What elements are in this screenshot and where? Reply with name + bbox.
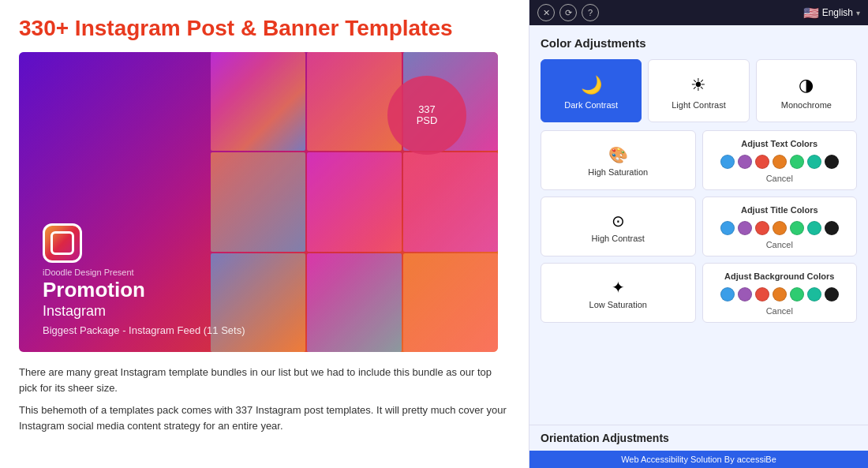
low-sat-icon: ✦ [612,278,625,297]
left-panel: 330+ Instagram Post & Banner Templates 3… [0,0,529,468]
swatch-teal-2[interactable] [807,221,821,235]
adjust-bg-cancel[interactable]: Cancel [766,306,793,316]
orientation-section: Orientation Adjustments [529,425,868,451]
high-contrast-card[interactable]: ⊙ High Contrast [541,197,696,256]
swatch-teal[interactable] [807,155,821,169]
swatch-red-3[interactable] [755,287,769,301]
swatch-orange-3[interactable] [773,287,787,301]
swatch-green-3[interactable] [790,287,804,301]
badge-number: 337 [418,104,436,115]
circle-half-icon: ◑ [799,75,814,95]
adjust-title-cancel[interactable]: Cancel [766,240,793,249]
monochrome-label: Monochrome [781,100,832,110]
hero-content: 337 PSD iDoodle Design Present Promotion… [19,52,498,352]
swatch-blue-2[interactable] [720,221,735,235]
swatch-blue[interactable] [720,155,735,169]
row3-grid: ⊙ High Contrast Adjust Title Colors Canc… [541,197,857,256]
monochrome-card[interactable]: ◑ Monochrome [756,59,857,122]
hero-badge: 337 PSD [387,76,466,155]
page-title: 330+ Instagram Post & Banner Templates [19,16,510,41]
description: There are many great Instagram template … [19,365,510,435]
badge-label: PSD [417,115,438,126]
footer-text: Web Accessibility Solution By accessiBe [621,455,776,464]
saturation-icon: 🎨 [608,145,628,164]
acc-panel: Color Adjustments 🌙 Dark Contrast ☀ Ligh… [529,25,868,425]
orientation-title: Orientation Adjustments [541,432,857,444]
language-label: English [822,7,853,18]
swatch-purple-3[interactable] [738,287,752,301]
row2-grid: 🎨 High Saturation Adjust Text Colors Can… [541,130,857,190]
color-card-grid: 🌙 Dark Contrast ☀ Light Contrast ◑ Monoc… [541,59,857,122]
swatch-orange[interactable] [773,155,787,169]
desc-paragraph-2: This behemoth of a templates pack comes … [19,402,510,434]
adjust-bg-title: Adjust Background Colors [724,271,834,281]
dark-contrast-card[interactable]: 🌙 Dark Contrast [541,59,642,122]
high-saturation-card[interactable]: 🎨 High Saturation [541,130,696,190]
adjust-bg-colors-card: Adjust Background Colors Cancel [702,263,858,323]
color-section-title: Color Adjustments [541,36,857,50]
swatch-dark-3[interactable] [825,287,839,301]
desc-paragraph-1: There are many great Instagram template … [19,365,510,396]
swatch-red[interactable] [755,155,769,169]
adjust-text-cancel[interactable]: Cancel [766,174,793,183]
chevron-down-icon: ▾ [856,9,860,17]
swatch-red-2[interactable] [755,221,769,235]
language-selector[interactable]: 🇺🇸 English ▾ [803,6,860,21]
text-color-swatches [720,155,839,169]
back-icon[interactable]: ⟳ [559,4,577,21]
low-saturation-label: Low Saturation [589,300,647,309]
swatch-orange-2[interactable] [773,221,787,235]
sun-icon: ☀ [690,75,706,95]
hero-title-line1: Promotion [43,279,474,301]
light-contrast-label: Light Contrast [672,100,725,110]
high-saturation-label: High Saturation [588,167,648,177]
hero-brand: iDoodle Design Present [43,268,474,277]
swatch-teal-3[interactable] [807,287,821,301]
ig-logo [43,223,82,263]
dark-contrast-label: Dark Contrast [564,100,618,110]
title-rest: Instagram Post & Banner Templates [69,16,453,40]
swatch-purple[interactable] [738,155,752,169]
flag-icon: 🇺🇸 [803,6,819,21]
high-contrast-label: High Contrast [592,234,645,243]
adjust-text-title: Adjust Text Colors [741,139,817,148]
swatch-dark-2[interactable] [825,221,839,235]
contrast-icon: ⊙ [612,212,625,230]
acc-footer: Web Accessibility Solution By accessiBe [529,451,868,468]
adjust-text-colors-card: Adjust Text Colors Cancel [702,130,858,190]
swatch-green-2[interactable] [790,221,804,235]
row4-grid: ✦ Low Saturation Adjust Background Color… [541,263,857,323]
title-prefix: 330+ [19,16,69,40]
bg-color-swatches [720,287,839,301]
title-color-swatches [720,221,839,235]
close-icon[interactable]: ✕ [537,4,555,21]
low-saturation-card[interactable]: ✦ Low Saturation [541,263,696,323]
swatch-purple-2[interactable] [738,221,752,235]
swatch-green[interactable] [790,155,804,169]
help-icon[interactable]: ? [582,4,599,21]
adjust-title-title: Adjust Title Colors [741,205,818,215]
right-panel: ✕ ⟳ ? 🇺🇸 English ▾ Color Adjustments 🌙 D… [529,0,868,468]
moon-icon: 🌙 [581,75,602,95]
swatch-dark[interactable] [825,155,839,169]
hero-title-line2: Instagram [43,303,474,320]
hero-image: 337 PSD iDoodle Design Present Promotion… [19,52,498,352]
hero-footer: Biggest Package - Instagram Feed (11 Set… [43,324,474,336]
swatch-blue-3[interactable] [720,287,735,301]
light-contrast-card[interactable]: ☀ Light Contrast [648,59,749,122]
top-bar: ✕ ⟳ ? 🇺🇸 English ▾ [529,0,868,25]
adjust-title-colors-card: Adjust Title Colors Cancel [702,197,858,256]
top-bar-icons: ✕ ⟳ ? [537,4,599,21]
